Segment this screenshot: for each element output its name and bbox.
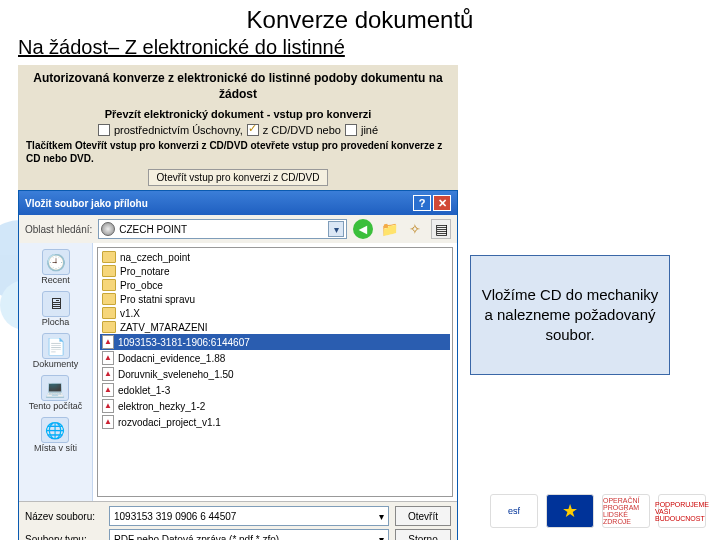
conversion-subheading: Převzít elektronický dokument - vstup pr… — [26, 108, 450, 120]
folder-icon — [102, 279, 116, 291]
filetype-combo[interactable]: PDF nebo Datová zpráva (*.pdf,*.zfo) ▾ — [109, 529, 389, 540]
eu-flag-icon: ★ — [546, 494, 594, 528]
documents-icon: 📄 — [42, 333, 70, 359]
lookin-label: Oblast hledání: — [25, 224, 92, 235]
file-name: 1093153-3181-1906:6144607 — [118, 337, 250, 348]
file-row[interactable]: na_czech_point — [100, 250, 450, 264]
open-button[interactable]: Otevřít — [395, 506, 451, 526]
file-name: v1.X — [120, 308, 140, 319]
recent-icon: 🕘 — [42, 249, 70, 275]
desktop-icon: 🖥 — [42, 291, 70, 317]
file-icon — [102, 399, 114, 413]
filename-label: Název souboru: — [25, 511, 103, 522]
file-icon — [102, 351, 114, 365]
file-icon — [102, 415, 114, 429]
file-name: rozvodaci_project_v1.1 — [118, 417, 221, 428]
cancel-button[interactable]: Storno — [395, 529, 451, 540]
back-icon[interactable]: ◄ — [353, 219, 373, 239]
file-name: ZATV_M7ARAZENI — [120, 322, 208, 333]
file-icon — [102, 383, 114, 397]
file-name: Pro_notare — [120, 266, 169, 277]
checkbox-cddvd-label: z CD/DVD nebo — [263, 124, 341, 136]
sidebar-item-label: Místa v síti — [34, 443, 77, 453]
file-name: edoklet_1-3 — [118, 385, 170, 396]
checkbox-other[interactable] — [345, 124, 357, 136]
file-row[interactable]: rozvodaci_project_v1.1 — [100, 414, 450, 430]
open-cddvd-button[interactable]: Otevřít vstup pro konverzi z CD/DVD — [148, 169, 329, 186]
filename-value: 1093153 319 0906 6 44507 — [114, 511, 379, 522]
sidebar-item-documents[interactable]: 📄 Dokumenty — [33, 331, 79, 371]
lookin-combo[interactable]: CZECH POINT ▾ — [98, 219, 347, 239]
file-row[interactable]: Dodacni_evidence_1.88 — [100, 350, 450, 366]
file-dialog: Vložit soubor jako přílohu ? ✕ Oblast hl… — [18, 190, 458, 540]
close-button[interactable]: ✕ — [433, 195, 451, 211]
new-folder-icon[interactable]: ✧ — [405, 219, 425, 239]
computer-icon: 💻 — [41, 375, 69, 401]
up-folder-icon[interactable]: 📁 — [379, 219, 399, 239]
file-row[interactable]: elektron_hezky_1-2 — [100, 398, 450, 414]
folder-icon — [102, 307, 116, 319]
file-name: Pro_obce — [120, 280, 163, 291]
sidebar-item-computer[interactable]: 💻 Tento počítač — [29, 373, 83, 413]
places-sidebar: 🕘 Recent 🖥 Plocha 📄 Dokumenty 💻 Tento po… — [19, 243, 93, 501]
file-name: elektron_hezky_1-2 — [118, 401, 205, 412]
sidebar-item-label: Plocha — [42, 317, 70, 327]
checkbox-other-label: jiné — [361, 124, 378, 136]
conversion-title: Autorizovaná konverze z elektronické do … — [26, 71, 450, 102]
file-name: Doruvnik_sveleneho_1.50 — [118, 369, 234, 380]
conversion-hint: Tlačítkem Otevřít vstup pro konverzi z C… — [26, 140, 450, 165]
filename-input[interactable]: 1093153 319 0906 6 44507 ▾ — [109, 506, 389, 526]
sidebar-item-label: Dokumenty — [33, 359, 79, 369]
filetype-value: PDF nebo Datová zpráva (*.pdf,*.zfo) — [114, 534, 379, 541]
views-icon[interactable]: ▤ — [431, 219, 451, 239]
esf-logo: esf — [490, 494, 538, 528]
footer-logos: esf ★ OPERAČNÍ PROGRAM LIDSKÉ ZDROJE POD… — [490, 494, 706, 528]
sidebar-item-label: Recent — [41, 275, 70, 285]
disc-icon — [101, 222, 115, 236]
chevron-down-icon: ▾ — [379, 534, 384, 541]
help-button[interactable]: ? — [413, 195, 431, 211]
file-row[interactable]: Pro statni spravu — [100, 292, 450, 306]
page-title: Konverze dokumentů — [0, 6, 720, 34]
sidebar-item-desktop[interactable]: 🖥 Plocha — [42, 289, 70, 329]
sidebar-item-recent[interactable]: 🕘 Recent — [41, 247, 70, 287]
filetype-label: Soubory typu: — [25, 534, 103, 541]
podporujeme-logo: PODPORUJEME VAŠI BUDOUCNOST — [658, 494, 706, 528]
checkbox-uschovna-label: prostřednictvím Úschovny, — [114, 124, 243, 136]
chevron-down-icon: ▾ — [328, 221, 344, 237]
callout-text: Vložíme CD do mechaniky a nalezneme poža… — [481, 285, 659, 346]
folder-icon — [102, 321, 116, 333]
folder-icon — [102, 251, 116, 263]
conversion-panel: Autorizovaná konverze z elektronické do … — [18, 65, 458, 196]
sidebar-item-network[interactable]: 🌐 Místa v síti — [34, 415, 77, 455]
lookin-value: CZECH POINT — [119, 224, 328, 235]
dialog-title: Vložit soubor jako přílohu — [25, 198, 148, 209]
file-row[interactable]: edoklet_1-3 — [100, 382, 450, 398]
file-row[interactable]: Pro_notare — [100, 264, 450, 278]
file-row[interactable]: Doruvnik_sveleneho_1.50 — [100, 366, 450, 382]
file-icon — [102, 367, 114, 381]
checkbox-cddvd[interactable] — [247, 124, 259, 136]
instruction-callout: Vložíme CD do mechaniky a nalezneme poža… — [470, 255, 670, 375]
file-list[interactable]: na_czech_pointPro_notarePro_obcePro stat… — [97, 247, 453, 497]
file-name: na_czech_point — [120, 252, 190, 263]
file-row[interactable]: ZATV_M7ARAZENI — [100, 320, 450, 334]
checkbox-uschovna[interactable] — [98, 124, 110, 136]
file-row[interactable]: v1.X — [100, 306, 450, 320]
file-name: Pro statni spravu — [120, 294, 195, 305]
folder-icon — [102, 265, 116, 277]
file-row[interactable]: Pro_obce — [100, 278, 450, 292]
network-icon: 🌐 — [41, 417, 69, 443]
file-row[interactable]: 1093153-3181-1906:6144607 — [100, 334, 450, 350]
chevron-down-icon: ▾ — [379, 511, 384, 522]
page-subtitle: Na žádost– Z elektronické do listinné — [18, 36, 720, 59]
file-icon — [102, 335, 114, 349]
op-logo: OPERAČNÍ PROGRAM LIDSKÉ ZDROJE — [602, 494, 650, 528]
sidebar-item-label: Tento počítač — [29, 401, 83, 411]
folder-icon — [102, 293, 116, 305]
file-name: Dodacni_evidence_1.88 — [118, 353, 225, 364]
